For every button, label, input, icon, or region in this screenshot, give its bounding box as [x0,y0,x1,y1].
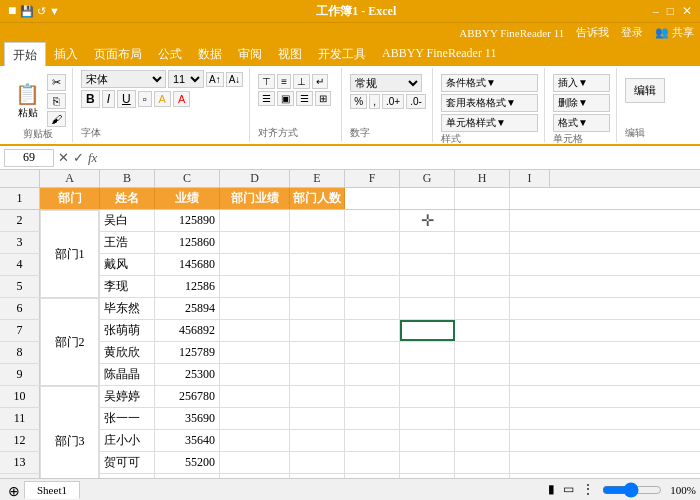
col-header-G[interactable]: G [400,170,455,187]
cell-H2[interactable] [455,210,510,231]
tab-review[interactable]: 审阅 [230,42,270,66]
cell-C9[interactable]: 25300 [155,364,220,385]
confirm-icon[interactable]: ✓ [73,150,84,166]
cell-E13[interactable] [290,452,345,473]
cell-D5[interactable] [220,276,290,297]
cell-D13[interactable] [220,452,290,473]
cell-A-dept1[interactable]: 部门1 [40,210,100,231]
col-header-H[interactable]: H [455,170,510,187]
wrap-text-button[interactable]: ↵ [312,74,328,89]
cell-E4[interactable] [290,254,345,275]
tab-layout[interactable]: 页面布局 [86,42,150,66]
cell-I1[interactable] [510,188,550,209]
cell-C3[interactable]: 125860 [155,232,220,253]
cell-C1[interactable]: 业绩 [155,188,220,209]
increase-font-button[interactable]: A↑ [206,72,224,87]
col-header-D[interactable]: D [220,170,290,187]
cell-style-button[interactable]: 单元格样式▼ [441,114,538,132]
view-normal-icon[interactable]: ▮ [548,482,555,497]
number-format-select[interactable]: 常规 [350,74,422,92]
minimize-button[interactable]: – [653,4,659,19]
cell-B13[interactable]: 贺可可 [100,452,155,473]
cell-E1[interactable]: 部门人数 [290,188,345,209]
cell-F3[interactable] [345,232,400,253]
cell-E3[interactable] [290,232,345,253]
cell-E8[interactable] [290,342,345,363]
cell-B11[interactable]: 张一一 [100,408,155,429]
cell-I6[interactable] [510,298,550,319]
function-icon[interactable]: fx [88,150,97,166]
insert-cells-button[interactable]: 插入▼ [553,74,610,92]
cell-E2[interactable] [290,210,345,231]
maximize-button[interactable]: □ [667,4,674,19]
comma-button[interactable]: , [369,94,380,109]
copy-button[interactable]: ⎘ [47,93,66,109]
cell-F6[interactable] [345,298,400,319]
cell-H12[interactable] [455,430,510,451]
cell-I8[interactable] [510,342,550,363]
cell-reference-input[interactable]: 69 [4,149,54,167]
cell-E9[interactable] [290,364,345,385]
cell-D7[interactable] [220,320,290,341]
cell-H10[interactable] [455,386,510,407]
cell-E6[interactable] [290,298,345,319]
bold-button[interactable]: B [81,90,100,108]
align-center-button[interactable]: ▣ [277,91,294,106]
cell-G6[interactable] [400,298,455,319]
tab-data[interactable]: 数据 [190,42,230,66]
cell-I2[interactable] [510,210,550,231]
cell-F2[interactable] [345,210,400,231]
tab-dev[interactable]: 开发工具 [310,42,374,66]
cell-I10[interactable] [510,386,550,407]
cell-D12[interactable] [220,430,290,451]
cell-A1[interactable]: 部门 [40,188,100,209]
col-header-I[interactable]: I [510,170,550,187]
tab-home[interactable]: 开始 [4,42,46,66]
cell-D10[interactable] [220,386,290,407]
fill-color-button[interactable]: A [154,91,171,107]
border-button[interactable]: ▫ [138,91,152,107]
cell-I11[interactable] [510,408,550,429]
sheet-tab-1[interactable]: Sheet1 [24,481,80,499]
cell-B10[interactable]: 吴婷婷 [100,386,155,407]
tab-abbyy[interactable]: ABBYY FineReader 11 [374,42,504,66]
cell-H1[interactable] [455,188,510,209]
cell-H6[interactable] [455,298,510,319]
decrease-font-button[interactable]: A↓ [226,72,244,87]
align-left-button[interactable]: ☰ [258,91,275,106]
login-button[interactable]: 登录 [621,25,643,40]
cell-F1[interactable] [345,188,400,209]
cell-B5[interactable]: 李现 [100,276,155,297]
notify-label[interactable]: 告诉我 [576,25,609,40]
format-cells-button[interactable]: 格式▼ [553,114,610,132]
cell-H5[interactable] [455,276,510,297]
cell-D3[interactable] [220,232,290,253]
cell-A-dept3[interactable]: 部门3 [40,386,100,407]
decrease-decimal-button[interactable]: .0- [406,94,426,109]
font-color-button[interactable]: A [173,91,190,107]
cell-G1[interactable] [400,188,455,209]
formula-input[interactable] [101,150,696,165]
cell-G12[interactable] [400,430,455,451]
cell-G11[interactable] [400,408,455,429]
cell-C5[interactable]: 12586 [155,276,220,297]
share-button[interactable]: 👥 共享 [655,25,694,40]
cell-B12[interactable]: 庄小小 [100,430,155,451]
tab-formula[interactable]: 公式 [150,42,190,66]
cell-I12[interactable] [510,430,550,451]
delete-cells-button[interactable]: 删除▼ [553,94,610,112]
cell-G9[interactable] [400,364,455,385]
col-header-C[interactable]: C [155,170,220,187]
cell-F11[interactable] [345,408,400,429]
close-button[interactable]: ✕ [682,4,692,19]
cell-F4[interactable] [345,254,400,275]
cell-F9[interactable] [345,364,400,385]
table-format-button[interactable]: 套用表格格式▼ [441,94,538,112]
cell-C6[interactable]: 25894 [155,298,220,319]
increase-decimal-button[interactable]: .0+ [382,94,404,109]
zoom-slider[interactable] [602,485,662,495]
cell-C11[interactable]: 35690 [155,408,220,429]
tab-view[interactable]: 视图 [270,42,310,66]
cell-G5[interactable] [400,276,455,297]
cell-B4[interactable]: 戴风 [100,254,155,275]
